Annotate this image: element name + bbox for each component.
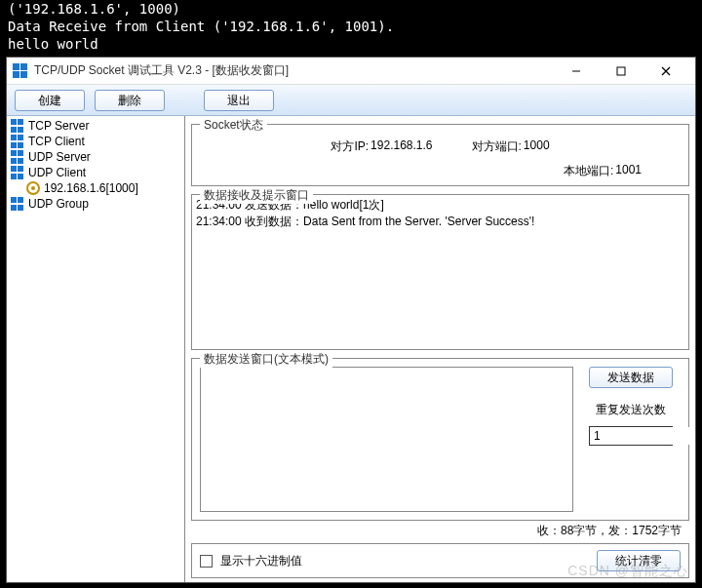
peer-ip-value: 192.168.1.6 [370,138,432,155]
tree-item-tcp-server[interactable]: TCP Server [7,118,184,134]
app-icon [13,63,28,79]
stats-row: 收：88字节，发：1752字节 [191,521,689,539]
tree-item-udp-client[interactable]: UDP Client [7,165,184,180]
close-button[interactable] [652,61,680,81]
titlebar[interactable]: TCP/UDP Socket 调试工具 V2.3 - [数据收发窗口] [7,58,695,85]
stats-text: 收：88字节，发：1752字节 [537,523,682,539]
node-icon [11,197,24,211]
tree-label: TCP Server [28,119,89,133]
main-area: TCP Server TCP Client UDP Server UDP Cli… [7,116,695,582]
send-textarea[interactable] [200,367,573,512]
tree-item-udp-server[interactable]: UDP Server [7,149,184,165]
recv-line: 21:34:00 收到数据：Data Sent from the Server.… [196,214,684,230]
repeat-input[interactable] [590,427,695,445]
send-button[interactable]: 发送数据 [589,367,673,388]
create-button[interactable]: 创建 [15,90,85,111]
tree-label: 192.168.1.6[1000] [44,181,138,195]
receive-textarea[interactable]: 21:34:00 发送数据：hello world[1次] 21:34:00 收… [192,195,688,349]
repeat-label: 重复发送次数 [596,402,666,418]
send-group: 数据发送窗口(文本模式) 发送数据 重复发送次数 [191,358,689,521]
node-icon [11,119,24,133]
hex-checkbox[interactable] [200,555,213,568]
content-panel: Socket状态 对方IP: 192.168.1.6 对方端口: 1000 本地… [185,116,695,582]
tree-label: UDP Group [28,197,89,211]
minimize-button[interactable] [563,61,590,81]
hex-label: 显示十六进制值 [220,553,302,569]
peer-ip-label: 对方IP: [331,138,369,155]
maximize-button[interactable] [607,61,635,81]
receive-group: 数据接收及提示窗口 21:34:00 发送数据：hello world[1次] … [191,194,689,350]
console-line: ('192.168.1.6', 1000) [8,0,694,18]
target-icon [26,181,40,195]
local-port-label: 本地端口: [564,163,613,179]
node-icon [11,150,24,164]
tree-item-tcp-client[interactable]: TCP Client [7,134,184,149]
repeat-select[interactable] [589,426,673,446]
peer-port-label: 对方端口: [472,138,522,155]
group-title: 数据接收及提示窗口 [200,187,313,204]
send-controls: 发送数据 重复发送次数 [581,367,681,512]
tree-label: UDP Server [28,150,91,164]
exit-button[interactable]: 退出 [204,90,274,111]
window-title: TCP/UDP Socket 调试工具 V2.3 - [数据收发窗口] [34,62,563,79]
bottom-row: 显示十六进制值 统计清零 [191,543,689,578]
group-title: 数据发送窗口(文本模式) [200,351,332,368]
tree-item-connection[interactable]: 192.168.1.6[1000] [7,180,184,196]
console-line: Data Receive from Client ('192.168.1.6',… [8,18,694,35]
delete-button[interactable]: 删除 [95,90,165,111]
tree-label: UDP Client [28,166,86,179]
sidebar-tree[interactable]: TCP Server TCP Client UDP Server UDP Cli… [7,116,185,582]
group-title: Socket状态 [200,117,267,134]
local-port-value: 1001 [615,163,642,179]
clear-stats-button[interactable]: 统计清零 [597,550,681,571]
peer-port-value: 1000 [524,138,550,155]
app-window: TCP/UDP Socket 调试工具 V2.3 - [数据收发窗口] 创建 删… [6,57,696,583]
toolbar: 创建 删除 退出 [7,85,695,116]
window-controls [563,61,689,81]
tree-item-udp-group[interactable]: UDP Group [7,196,184,212]
socket-status-group: Socket状态 对方IP: 192.168.1.6 对方端口: 1000 本地… [191,124,689,186]
terminal-output: ('192.168.1.6', 1000) Data Receive from … [0,0,702,54]
node-icon [11,135,24,148]
tree-label: TCP Client [28,135,85,148]
console-line: hello world [8,35,694,53]
node-icon [11,166,24,179]
svg-rect-1 [617,67,625,75]
